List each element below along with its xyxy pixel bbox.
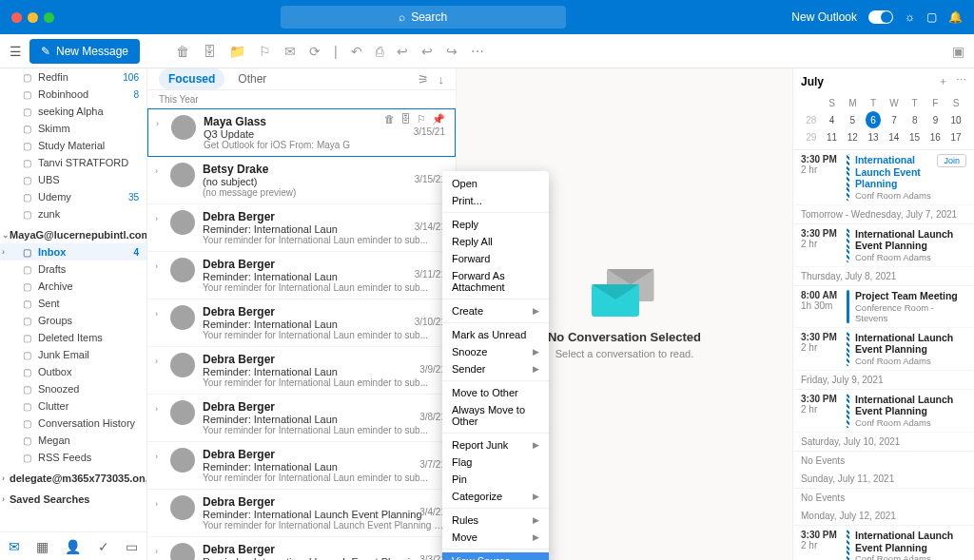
message-row[interactable]: › Debra Berger Reminder: International L… bbox=[147, 395, 456, 442]
menu-item[interactable]: Reply bbox=[442, 216, 549, 233]
calendar-day[interactable]: 16 bbox=[925, 128, 946, 145]
add-event-icon[interactable]: ＋ bbox=[938, 74, 948, 88]
chevron-right-icon[interactable]: › bbox=[155, 163, 163, 198]
undo-icon[interactable]: ↶ bbox=[351, 44, 362, 59]
menu-icon[interactable]: ☰ bbox=[10, 44, 22, 59]
calendar-day[interactable]: 29 bbox=[801, 128, 822, 145]
reply-icon[interactable]: ↩ bbox=[397, 44, 408, 59]
sidebar-folder[interactable]: ▢seeking Alpha bbox=[0, 103, 146, 120]
chevron-right-icon[interactable]: › bbox=[155, 543, 163, 560]
forward-icon[interactable]: ↪ bbox=[446, 44, 458, 59]
chevron-right-icon[interactable]: › bbox=[155, 400, 163, 435]
sidebar-folder[interactable]: ▢Drafts bbox=[0, 261, 146, 278]
reply-all-icon[interactable]: ↩ bbox=[421, 44, 433, 59]
panel-toggle-icon[interactable]: ▣ bbox=[952, 44, 964, 59]
calendar-day[interactable]: 7 bbox=[884, 111, 905, 128]
menu-item[interactable]: Forward bbox=[442, 250, 549, 267]
chevron-right-icon[interactable]: › bbox=[155, 353, 163, 388]
menu-item[interactable]: Move to Other bbox=[442, 384, 549, 401]
calendar-day[interactable]: 8 bbox=[905, 111, 925, 128]
delete-icon[interactable]: 🗑 bbox=[176, 44, 189, 59]
calendar-day[interactable]: 9 bbox=[925, 111, 946, 128]
sidebar-folder[interactable]: ▢Conversation History bbox=[0, 415, 146, 432]
calendar-day[interactable]: 4 bbox=[822, 111, 843, 128]
sync-icon[interactable]: ⟳ bbox=[309, 44, 321, 59]
menu-item[interactable]: Pin bbox=[442, 471, 549, 488]
megaphone-icon[interactable]: ▢ bbox=[926, 10, 937, 24]
menu-item[interactable]: Report Junk▶ bbox=[442, 436, 549, 454]
agenda-event[interactable]: 3:30 PM2 hr International Launch Event P… bbox=[793, 224, 974, 267]
print-icon[interactable]: ⎙ bbox=[376, 44, 383, 59]
message-row[interactable]: › Debra Berger Reminder: International L… bbox=[147, 490, 456, 537]
menu-item[interactable]: Create▶ bbox=[442, 302, 549, 319]
agenda-event[interactable]: 3:30 PM2 hr International Launch Event P… bbox=[793, 328, 974, 371]
calendar-day[interactable]: 12 bbox=[843, 128, 864, 145]
sidebar-folder[interactable]: ▢Junk Email bbox=[0, 346, 146, 363]
new-outlook-toggle[interactable] bbox=[868, 10, 893, 24]
more-icon[interactable]: ⋯ bbox=[471, 44, 484, 59]
sidebar-section[interactable]: ›Saved Searches bbox=[0, 491, 146, 508]
menu-item[interactable]: Move▶ bbox=[442, 529, 549, 546]
calendar-nav-icon[interactable]: ▦ bbox=[36, 539, 49, 554]
menu-item[interactable]: View Source bbox=[442, 552, 549, 560]
close-window-icon[interactable] bbox=[11, 12, 22, 23]
sidebar-folder[interactable]: ▢Skimm bbox=[0, 120, 146, 137]
tab-other[interactable]: Other bbox=[228, 68, 276, 89]
maximize-window-icon[interactable] bbox=[44, 12, 54, 23]
sidebar-folder[interactable]: ▢Outbox bbox=[0, 363, 146, 380]
search-input[interactable]: ⌕ Search bbox=[281, 6, 566, 29]
message-row[interactable]: › Debra Berger Reminder: International L… bbox=[147, 537, 456, 560]
sidebar-folder[interactable]: ▢Megan bbox=[0, 432, 146, 449]
calendar-day[interactable]: 11 bbox=[822, 128, 843, 145]
message-row[interactable]: › Debra Berger Reminder: International L… bbox=[147, 442, 456, 490]
menu-item[interactable]: Open bbox=[442, 175, 549, 192]
sidebar-folder[interactable]: ▢RSS Feeds bbox=[0, 449, 146, 466]
flag-icon[interactable]: ⚐ bbox=[417, 113, 426, 126]
chevron-right-icon[interactable]: › bbox=[155, 495, 163, 531]
sidebar-folder[interactable]: ›▢Inbox4 bbox=[0, 243, 146, 261]
chevron-right-icon[interactable]: › bbox=[155, 210, 163, 245]
sidebar-folder[interactable]: ▢zunk bbox=[0, 205, 146, 222]
calendar-day[interactable]: 10 bbox=[945, 111, 966, 128]
message-row[interactable]: › Debra Berger Reminder: International L… bbox=[147, 347, 456, 395]
sidebar-folder[interactable]: ▢Clutter bbox=[0, 397, 146, 415]
sidebar-folder[interactable]: ▢Redfin106 bbox=[0, 68, 146, 86]
menu-item[interactable]: Mark as Unread bbox=[442, 326, 549, 343]
people-nav-icon[interactable]: 👤 bbox=[65, 539, 81, 554]
calendar-day[interactable]: 17 bbox=[945, 128, 966, 145]
agenda-event[interactable]: 3:30 PM2 hr International Launch Event P… bbox=[793, 390, 974, 433]
message-row[interactable]: › Debra Berger Reminder: International L… bbox=[147, 299, 456, 347]
sidebar-folder[interactable]: ▢Udemy35 bbox=[0, 188, 146, 205]
archive-icon[interactable]: 🗄 bbox=[203, 44, 216, 59]
sidebar-folder[interactable]: ▢Sent bbox=[0, 295, 146, 312]
sidebar-folder[interactable]: ▢Archive bbox=[0, 278, 146, 295]
mini-calendar[interactable]: SMTWTFS28456789102911121314151617 bbox=[793, 94, 974, 149]
sidebar-account[interactable]: ⌄MayaG@lucernepubintl.com bbox=[0, 226, 146, 243]
sidebar-folder[interactable]: ▢Deleted Items bbox=[0, 329, 146, 346]
sort-icon[interactable]: ↓ bbox=[438, 72, 445, 87]
filter-icon[interactable]: ⚞ bbox=[418, 72, 429, 87]
sidebar-folder[interactable]: ▢Study Material bbox=[0, 137, 146, 154]
move-icon[interactable]: 📁 bbox=[229, 44, 245, 59]
agenda-event[interactable]: 8:00 AM1h 30m Project Team MeetingConfer… bbox=[793, 286, 974, 328]
menu-item[interactable]: Rules▶ bbox=[442, 512, 549, 529]
menu-item[interactable]: Snooze▶ bbox=[442, 343, 549, 360]
mail-nav-icon[interactable]: ✉ bbox=[9, 539, 20, 554]
chevron-right-icon[interactable]: › bbox=[155, 258, 163, 293]
read-icon[interactable]: ✉ bbox=[284, 44, 296, 59]
calendar-day[interactable]: 28 bbox=[801, 111, 822, 128]
pin-icon[interactable]: 📌 bbox=[432, 113, 445, 126]
sidebar-section[interactable]: ›delegate@m365x773035.on... bbox=[0, 470, 146, 487]
menu-item[interactable]: Categorize▶ bbox=[442, 488, 549, 505]
sidebar-folder[interactable]: ▢Robinhood8 bbox=[0, 86, 146, 103]
sidebar-folder[interactable]: ▢Groups bbox=[0, 312, 146, 329]
calendar-day[interactable]: 5 bbox=[842, 111, 863, 128]
message-row[interactable]: › Maya Glass Q3 UpdateGet Outlook for iO… bbox=[147, 108, 456, 157]
sidebar-folder[interactable]: ▢Tanvi STRATFORD bbox=[0, 154, 146, 171]
menu-item[interactable]: Sender▶ bbox=[442, 360, 549, 377]
lightbulb-icon[interactable]: ☼ bbox=[905, 10, 915, 24]
menu-item[interactable]: Reply All bbox=[442, 233, 549, 250]
delete-icon[interactable]: 🗑 bbox=[384, 113, 395, 126]
menu-item[interactable]: Print... bbox=[442, 192, 549, 209]
menu-item[interactable]: Always Move to Other bbox=[442, 401, 549, 430]
